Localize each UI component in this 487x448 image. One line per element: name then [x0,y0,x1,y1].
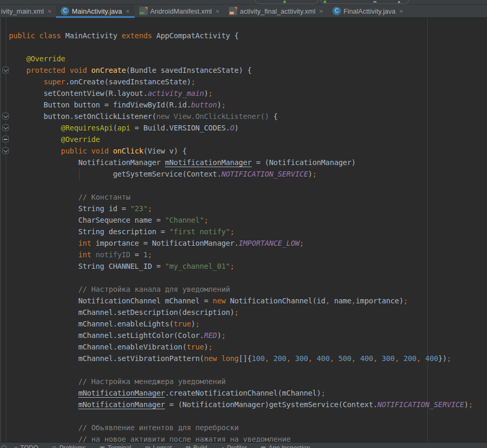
close-icon[interactable]: × [126,8,130,15]
toolwindow-button-logcat[interactable]: ▤Logcat [145,444,172,448]
toolwindow-button-app-inspection[interactable]: ▦App Inspection [260,444,310,448]
toolbar-icon[interactable] [373,1,377,3]
close-icon[interactable]: × [319,8,323,15]
code-token: true [186,343,204,351]
tab-androidmanifest-xml[interactable]: MFAndroidManifest.xml× [135,5,224,17]
code-token: public [9,31,35,40]
tab-mainactivity-java[interactable]: CMainActivity.java× [56,5,134,17]
run-device-icon[interactable] [324,1,326,3]
java-class-icon: C [61,7,69,15]
code-token [9,147,61,155]
code-token: new View.OnClickListener() [156,112,269,121]
code-token: ; [447,354,451,363]
code-editor[interactable]: public class MainActivity extends AppCom… [0,18,487,448]
run-configuration-widget[interactable] [255,0,318,4]
code-token: ) [204,343,208,351]
code-token: ; [230,227,234,236]
code-token: // Настройка менеджера уведомлений [78,377,225,386]
device-run-widget[interactable] [320,0,409,4]
code-line: int notifyID = 1; [9,249,487,260]
code-token: getSystemService(Context. [9,170,222,178]
code-line: getSystemService(Context.NOTIFICATION_SE… [9,168,487,180]
terminal-icon: ▣ [99,444,105,448]
code-token: String description = [9,227,169,236]
code-token: int [78,239,91,247]
code-token [9,124,61,132]
code-token: name [330,297,351,305]
code-line [9,41,487,53]
code-token: extends [121,31,152,40]
code-token: ; [222,101,226,109]
code-token: ) [217,101,221,109]
editor-tab-bar: ivity_main.xml×CMainActivity.java×MFAndr… [0,5,487,18]
code-token: ; [208,343,213,351]
toolwindow-button-todo[interactable]: ≡TODO [14,444,38,448]
code-token: NotificationManager [9,158,165,167]
code-line: CharSequence name = "Channel"; [9,214,487,226]
fold-expand-icon[interactable] [2,113,9,119]
code-line: button.setOnClickListener(new View.OnCli… [9,111,487,122]
code-token: ) [191,320,195,328]
code-token: , [330,354,334,363]
code-token: MainActivity [61,31,121,40]
code-token: IMPORTANCE_LOW [239,239,300,247]
fold-expand-icon[interactable] [2,124,9,131]
tab-label: ivity_main.xml [1,7,44,15]
code-token: Button button = findViewById(R.id. [9,101,191,109]
code-token: , [264,354,269,363]
toolwindow-button-terminal[interactable]: ▣Terminal [99,444,131,448]
code-token: NotificationChannel(id [226,297,325,305]
close-icon[interactable]: × [215,8,219,15]
code-line: String CHANNEL_ID = "my_channel_01"; [9,260,487,272]
window-layout-icon[interactable]: ◯ [1,444,7,448]
profiler-icon: ◔ [221,444,225,448]
code-token: ; [230,262,234,270]
tab-ivity-main-xml[interactable]: ivity_main.xml× [0,5,56,17]
ide-window: { "app": {"name": "Android Studio editor… [0,0,487,448]
code-token: (View v) { [143,147,187,155]
code-token: , [286,354,291,363]
toolbar-icon[interactable] [398,1,400,3]
code-token: mNotificationManager [78,389,165,397]
fold-collapsed-icon[interactable] [2,136,9,143]
todo-icon: ≡ [14,444,17,448]
toolwindow-button-label: Logcat [153,444,172,448]
java-class-icon: C [333,7,341,15]
manifest-file-icon: MF [139,7,148,15]
code-token: "23" [130,204,148,213]
code-token: String CHANNEL_ID = [9,262,165,270]
code-token: ) [217,331,221,340]
code-line: NotificationManager mNotificationManager… [9,157,487,168]
code-token: 400 [317,354,330,363]
code-token: "my_channel_01" [165,262,230,270]
code-token: 1 [143,250,148,259]
code-line [9,410,487,422]
tab-finalacttivity-java[interactable]: CFinalActtivity.java× [328,5,408,17]
code-line: NotificationChannel mChannel = new Notif… [9,295,487,307]
code-token: 300 [382,354,395,363]
fold-expand-icon[interactable] [2,147,9,154]
tab-activity-final-acttivity-xml[interactable]: activity_final_acttivity.xml× [224,5,328,17]
build-hammer-icon: ⚒ [185,444,191,448]
code-line: String id = "23"; [9,203,487,214]
code-token: ; [403,297,407,305]
close-icon[interactable]: × [48,8,52,15]
code-token: ; [300,239,304,247]
code-line: mChannel.setDescription(description); [9,307,487,318]
code-token [9,78,43,86]
code-line: mChannel.setLightColor(Color.RED); [9,330,487,341]
code-token: O [230,124,234,132]
run-icon[interactable] [283,1,286,3]
toolwindow-button-build[interactable]: ⚒Build [185,444,207,448]
toolwindow-button-problems[interactable]: ⊙Problems [52,444,86,448]
logcat-icon: ▤ [145,444,150,448]
code-area[interactable]: public class MainActivity extends AppCom… [0,18,487,445]
code-token: @Override [26,54,65,63]
close-icon[interactable]: × [399,8,403,15]
fold-expand-icon[interactable] [2,67,9,73]
toolwindow-button-profiler[interactable]: ◔Profiler [221,444,247,448]
code-token: true [174,320,191,328]
code-line [9,272,487,283]
code-line: int importance = NotificationManager.IMP… [9,237,487,249]
code-line: mNotificationManager = (NotificationMana… [9,399,487,410]
